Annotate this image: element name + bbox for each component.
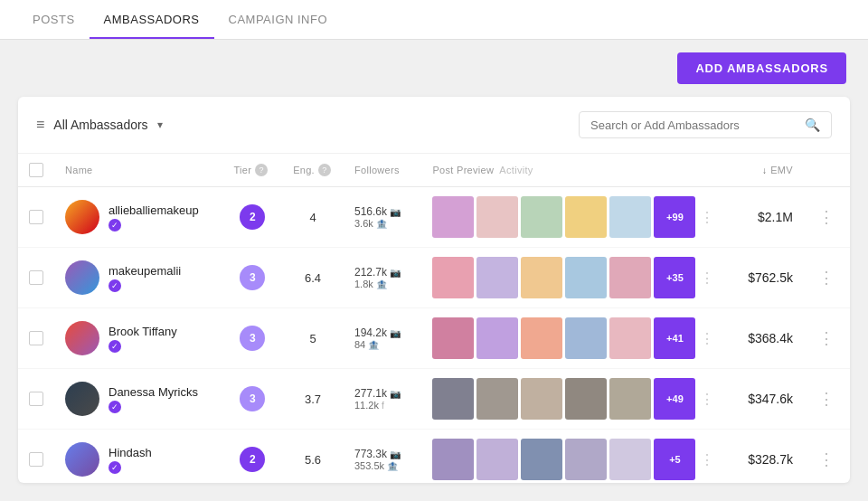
row-checkbox[interactable]	[29, 331, 43, 345]
preview-thumb	[432, 257, 474, 298]
preview-thumb	[609, 317, 651, 359]
engagement-cell: 3.7	[282, 369, 344, 430]
row-menu-button[interactable]: ⋮	[815, 204, 839, 230]
tier-info-icon[interactable]: ?	[255, 164, 268, 176]
search-input[interactable]	[590, 118, 805, 132]
tier-badge: 3	[240, 265, 265, 290]
preview-thumb	[476, 257, 518, 298]
post-preview-more[interactable]: +35	[654, 257, 695, 298]
preview-thumb	[476, 317, 518, 359]
filter-icon: ≡	[36, 117, 44, 133]
row-menu-cell: ⋮	[804, 369, 850, 430]
emv-value: $328.7k	[748, 452, 793, 467]
row-options-dots[interactable]: ⋮	[700, 269, 714, 287]
select-all-checkbox[interactable]	[29, 163, 43, 177]
preview-thumb	[521, 317, 562, 359]
table-container: Name Tier ? Eng. ?	[18, 154, 850, 483]
post-preview-cell: +41 ⋮	[421, 308, 725, 369]
tab-posts[interactable]: POSTS	[18, 2, 90, 39]
col-header-eng: Eng. ?	[282, 154, 344, 187]
post-preview-cell: +49 ⋮	[421, 369, 725, 430]
ambassador-name-cell: makeupemalii	[54, 248, 222, 308]
row-menu-button[interactable]: ⋮	[815, 447, 839, 472]
followers-cell: 277.1k 📷 11.2k f	[344, 369, 421, 430]
col-header-menu	[804, 154, 850, 187]
preview-thumb	[565, 196, 607, 238]
post-preview-more[interactable]: +5	[654, 439, 695, 480]
post-preview-more[interactable]: +49	[654, 378, 695, 420]
filter-dropdown[interactable]: ≡ All Ambassadors ▾	[36, 117, 163, 133]
tab-ambassadors[interactable]: AMBASSADORS	[90, 2, 214, 39]
preview-thumb	[476, 439, 518, 480]
col-header-name: Name	[54, 154, 222, 187]
col-header-check	[18, 154, 54, 187]
add-ambassadors-button[interactable]: ADD AMBASSADORS	[677, 52, 846, 84]
row-checkbox-cell	[18, 187, 54, 248]
ambassador-info: Brook Tiffany	[108, 325, 177, 353]
app-container: POSTS AMBASSADORS CAMPAIGN INFO ADD AMBA…	[0, 0, 868, 501]
table-row: allieballiemakeup 2 4 516.6k 📷 3.6k 🏦 +9…	[18, 187, 850, 248]
preview-thumb	[521, 257, 562, 298]
preview-thumb	[432, 439, 474, 480]
col-header-followers: Followers	[344, 154, 421, 187]
avatar	[65, 200, 99, 234]
tier-cell: 3	[222, 369, 282, 430]
eng-info-icon[interactable]: ?	[318, 164, 331, 176]
tier-badge: 2	[240, 447, 265, 472]
row-menu-button[interactable]: ⋮	[815, 265, 839, 290]
ambassador-info: allieballiemakeup	[108, 203, 199, 232]
row-options-dots[interactable]: ⋮	[700, 209, 714, 226]
followers-cell: 194.2k 📷 84 🏦	[344, 308, 421, 369]
filter-label: All Ambassadors	[53, 118, 147, 132]
row-checkbox[interactable]	[29, 270, 43, 285]
col-header-emv[interactable]: ↓ EMV	[725, 154, 804, 187]
followers-main: 516.6k 📷	[354, 205, 410, 218]
ambassador-name-cell: Danessa Myricks	[54, 369, 222, 430]
post-preview-cell: +99 ⋮	[421, 187, 725, 248]
preview-thumb	[609, 196, 651, 238]
ambassador-name: Brook Tiffany	[108, 325, 177, 338]
post-preview-more[interactable]: +41	[654, 317, 695, 359]
row-menu-button[interactable]: ⋮	[815, 386, 839, 411]
row-options-dots[interactable]: ⋮	[700, 451, 714, 468]
followers-sub: 11.2k f	[354, 400, 410, 411]
preview-thumb	[521, 439, 562, 480]
table-row: Brook Tiffany 3 5 194.2k 📷 84 🏦 +41 ⋮ $3…	[18, 308, 850, 369]
action-bar: ADD AMBASSADORS	[0, 40, 868, 97]
tier-badge: 3	[240, 326, 265, 351]
row-checkbox[interactable]	[29, 210, 43, 224]
row-checkbox[interactable]	[29, 452, 43, 467]
emv-cell: $2.1M	[725, 187, 804, 248]
followers-main: 277.1k 📷	[354, 387, 410, 400]
search-bar[interactable]: 🔍	[579, 111, 832, 138]
avatar	[65, 321, 99, 355]
ambassador-name-cell: Hindash	[54, 430, 222, 484]
row-options-dots[interactable]: ⋮	[700, 330, 714, 347]
followers-cell: 212.7k 📷 1.8k 🏦	[344, 248, 421, 308]
row-menu-button[interactable]: ⋮	[815, 326, 839, 351]
row-options-dots[interactable]: ⋮	[700, 391, 714, 408]
row-checkbox[interactable]	[29, 392, 43, 406]
main-content: ≡ All Ambassadors ▾ 🔍	[18, 97, 850, 483]
table-row: Danessa Myricks 3 3.7 277.1k 📷 11.2k f +…	[18, 369, 850, 430]
post-preview-cell: +5 ⋮	[421, 430, 725, 484]
tab-campaign-info[interactable]: CAMPAIGN INFO	[214, 2, 343, 39]
col-header-tier: Tier ?	[222, 154, 282, 187]
verified-badge	[108, 401, 121, 413]
row-menu-cell: ⋮	[804, 248, 850, 308]
preview-thumb	[432, 378, 474, 420]
post-preview-more[interactable]: +99	[654, 196, 695, 238]
followers-cell: 773.3k 📷 353.5k 🏦	[344, 430, 421, 484]
followers-cell: 516.6k 📷 3.6k 🏦	[344, 187, 421, 248]
chevron-down-icon: ▾	[157, 118, 163, 131]
tier-badge: 2	[240, 204, 265, 230]
ambassador-name: Hindash	[108, 446, 152, 459]
verified-badge	[108, 219, 121, 232]
row-checkbox-cell	[18, 308, 54, 369]
preview-thumb	[565, 257, 607, 298]
avatar	[65, 382, 99, 416]
preview-thumb	[609, 439, 651, 480]
row-checkbox-cell	[18, 248, 54, 308]
engagement-cell: 4	[282, 187, 344, 248]
followers-main: 194.2k 📷	[354, 326, 410, 339]
